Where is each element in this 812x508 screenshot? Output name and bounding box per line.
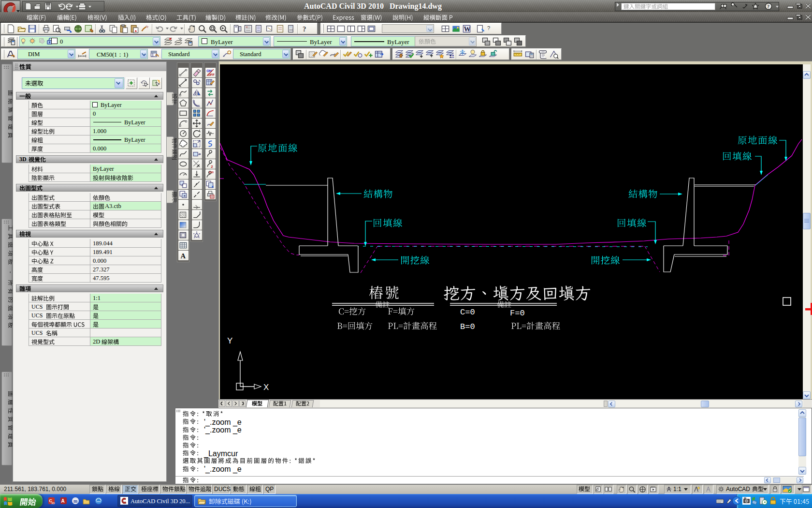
- svg-text:100: 100: [209, 170, 214, 174]
- svg-text:W: W: [464, 25, 471, 33]
- svg-text:B=0: B=0: [460, 322, 475, 331]
- svg-text:F=0: F=0: [510, 309, 525, 318]
- svg-text:m: m: [73, 498, 78, 504]
- svg-text:A: A: [180, 252, 186, 260]
- svg-text:Y: Y: [227, 336, 232, 345]
- svg-text:?: ?: [303, 25, 306, 33]
- svg-text:?: ?: [767, 4, 769, 9]
- svg-text:A: A: [61, 498, 65, 504]
- svg-text:C=0: C=0: [460, 308, 475, 317]
- svg-text:3D: 3D: [51, 502, 55, 505]
- svg-text:2: 2: [211, 164, 213, 168]
- svg-text:X: X: [263, 383, 269, 392]
